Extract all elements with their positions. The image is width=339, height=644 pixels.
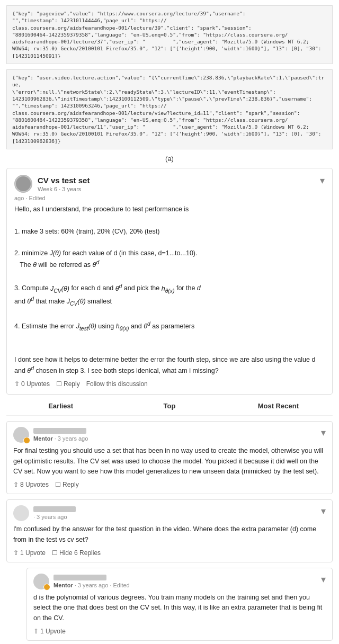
question-card: CV vs test set Week 6 · 3 years ▾ ago · … bbox=[6, 168, 333, 395]
mentor-badge-nested bbox=[43, 584, 50, 591]
upvote-icon-1: ⇧ bbox=[13, 481, 19, 488]
sort-bar: Earliest Top Most Recent bbox=[6, 400, 333, 416]
comment-card-2: · 3 years ago ▾ I'm confused by the answ… bbox=[6, 499, 333, 562]
chevron-icon-1[interactable]: ▾ bbox=[321, 427, 326, 439]
nested-meta: Mentor · 3 years ago · Edited bbox=[53, 575, 130, 588]
upvote-count-nested: 1 Upvote bbox=[40, 628, 66, 635]
comment-meta-2: · 3 years ago bbox=[33, 506, 76, 520]
upvote-action-nested[interactable]: ⇧ 1 Upvote bbox=[33, 628, 66, 635]
edited-label: ago · Edited bbox=[14, 195, 325, 201]
reply-label-1: Reply bbox=[63, 481, 79, 488]
follow-link[interactable]: Follow this discussion bbox=[86, 380, 148, 388]
comment-body-2: I'm confused by the answer for the test … bbox=[13, 524, 326, 545]
comment-meta-1: Mentor · 3 years ago bbox=[33, 428, 88, 442]
reply-icon: ☐ bbox=[56, 380, 62, 388]
body-intro: Hello, as I understand, the procedure to… bbox=[14, 204, 325, 214]
body-item2: 2. minimize J(θ) for each value of d (in… bbox=[14, 248, 325, 270]
mentor-label-1: Mentor bbox=[33, 435, 53, 442]
username-bar-2 bbox=[33, 506, 76, 512]
card-header-left: CV vs test set Week 6 · 3 years bbox=[14, 175, 90, 193]
comment-header-left-2: · 3 years ago bbox=[13, 505, 76, 521]
upvote-count-1: 8 Upvotes bbox=[20, 481, 49, 488]
chevron-icon[interactable]: ▾ bbox=[320, 175, 325, 186]
week-label: Week 6 · 3 years bbox=[38, 186, 90, 192]
comment-actions-1: ⇧ 8 Upvotes ☐ Reply bbox=[13, 481, 326, 488]
time-label-2: · 3 years ago bbox=[33, 514, 67, 520]
time-label-1: · 3 years ago bbox=[55, 435, 88, 442]
comment-header-2: · 3 years ago ▾ bbox=[13, 505, 326, 521]
body-item1: 1. make 3 sets: 60% (train), 20% (CV), 2… bbox=[14, 227, 325, 237]
nested-header-left: Mentor · 3 years ago · Edited bbox=[33, 574, 130, 589]
avatar-mentor-1 bbox=[13, 427, 29, 443]
username-bar-1 bbox=[33, 428, 86, 434]
time-label-nested: · 3 years ago · Edited bbox=[75, 582, 130, 588]
username-bar-nested bbox=[53, 575, 106, 580]
data-block-2: {"key": "user.video.lecture.action","val… bbox=[6, 69, 333, 149]
reply-label: Reply bbox=[64, 380, 80, 388]
comment-header-1: Mentor · 3 years ago ▾ bbox=[13, 427, 326, 443]
comment-card-1: Mentor · 3 years ago ▾ For final testing… bbox=[6, 421, 333, 494]
upvote-icon-2: ⇧ bbox=[13, 549, 19, 557]
card-title-block: CV vs test set Week 6 · 3 years bbox=[38, 176, 90, 192]
section-b: Earliest Top Most Recent Mentor · 3 year… bbox=[6, 400, 333, 641]
avatar bbox=[14, 175, 32, 193]
upvote-icon: ⇧ bbox=[14, 380, 20, 388]
reply-icon-2: ☐ bbox=[52, 549, 58, 557]
reply-action-1[interactable]: ☐ Reply bbox=[55, 481, 79, 488]
upvote-count-2: 1 Upvote bbox=[20, 549, 46, 557]
body-item3: 3. Compute JCV(θ) for each d and θd and … bbox=[14, 282, 325, 308]
math-j: J(θ) bbox=[50, 249, 61, 257]
nested-comment: Mentor · 3 years ago · Edited ▾ d is the… bbox=[26, 568, 333, 641]
avatar-nested bbox=[33, 574, 49, 589]
data-block-1: {"key": "pageview","value": "https://www… bbox=[6, 5, 333, 64]
chevron-icon-nested[interactable]: ▾ bbox=[321, 574, 326, 585]
post-body: Hello, as I understand, the procedure to… bbox=[14, 204, 325, 376]
comment-header-left-1: Mentor · 3 years ago bbox=[13, 427, 88, 443]
comment-actions-2: ⇧ 1 Upvote ☐ Hide 6 Replies bbox=[13, 549, 326, 557]
nested-actions: ⇧ 1 Upvote bbox=[33, 628, 326, 635]
nested-header: Mentor · 3 years ago · Edited ▾ bbox=[33, 574, 326, 589]
sort-earliest[interactable]: Earliest bbox=[6, 400, 115, 412]
sort-top[interactable]: Top bbox=[115, 400, 224, 412]
sort-recent[interactable]: Most Recent bbox=[224, 400, 333, 412]
card-title: CV vs test set bbox=[38, 176, 90, 185]
upvote-action[interactable]: ⇧ 0 Upvotes bbox=[14, 380, 50, 388]
upvote-action-2[interactable]: ⇧ 1 Upvote bbox=[13, 549, 46, 557]
card-header: CV vs test set Week 6 · 3 years ▾ bbox=[14, 175, 325, 193]
post-actions: ⇧ 0 Upvotes ☐ Reply Follow this discussi… bbox=[14, 380, 325, 388]
sup-d: d bbox=[96, 260, 99, 265]
body-item4: 4. Estimate the error Jtest(θ) using hθ(… bbox=[14, 320, 325, 333]
upvote-count: 0 Upvotes bbox=[21, 380, 50, 388]
mentor-badge-1 bbox=[23, 437, 30, 444]
avatar-2 bbox=[13, 505, 29, 521]
upvote-icon-nested: ⇧ bbox=[33, 628, 39, 635]
avatar-inner bbox=[16, 176, 31, 191]
body-para2: I dont see how it helps to determine bet… bbox=[14, 355, 325, 377]
comment-body-1: For final testing you should use a set t… bbox=[13, 446, 326, 477]
hide-replies-label: Hide 6 Replies bbox=[59, 549, 101, 557]
nested-body: d is the polynomial of various degrees. … bbox=[33, 593, 326, 623]
chevron-icon-2[interactable]: ▾ bbox=[321, 505, 326, 517]
reply-action[interactable]: ☐ Reply bbox=[56, 380, 80, 388]
upvote-action-1[interactable]: ⇧ 8 Upvotes bbox=[13, 481, 49, 488]
reply-icon-1: ☐ bbox=[55, 481, 61, 488]
mentor-label-nested: Mentor bbox=[53, 582, 73, 588]
section-a-label: (a) bbox=[0, 155, 339, 163]
hide-replies-action[interactable]: ☐ Hide 6 Replies bbox=[52, 549, 101, 557]
